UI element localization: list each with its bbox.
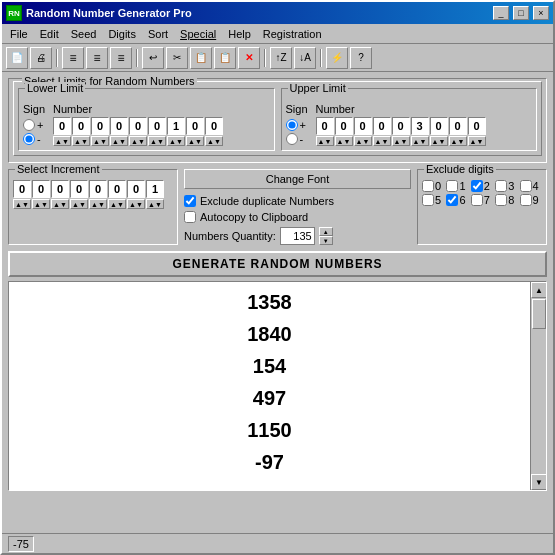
exclude-3-checkbox[interactable] — [495, 180, 507, 192]
inc-btn-3[interactable]: ▲▼ — [70, 199, 88, 209]
lower-btn-5[interactable]: ▲▼ — [148, 136, 166, 146]
exclude-8-checkbox[interactable] — [495, 194, 507, 206]
qty-up-button[interactable]: ▲ — [319, 227, 333, 236]
toolbar-align-center[interactable]: ≡ — [86, 47, 108, 69]
lower-digit-2[interactable]: 0 — [91, 117, 109, 135]
upper-btn-7[interactable]: ▲▼ — [449, 136, 467, 146]
exclude-9-checkbox[interactable] — [520, 194, 532, 206]
toolbar-help[interactable]: ? — [350, 47, 372, 69]
numbers-qty-input[interactable] — [280, 227, 315, 245]
lower-btn-4[interactable]: ▲▼ — [129, 136, 147, 146]
change-font-button[interactable]: Change Font — [184, 169, 411, 189]
lower-btn-8[interactable]: ▲▼ — [205, 136, 223, 146]
menu-edit[interactable]: Edit — [34, 24, 65, 43]
toolbar-sort-asc[interactable]: ↑Z — [270, 47, 292, 69]
scroll-track[interactable] — [531, 298, 546, 474]
lower-btn-6[interactable]: ▲▼ — [167, 136, 185, 146]
toolbar-delete[interactable]: ✕ — [238, 47, 260, 69]
inc-btn-1[interactable]: ▲▼ — [32, 199, 50, 209]
exclude-2-checkbox[interactable] — [471, 180, 483, 192]
lower-digit-4[interactable]: 0 — [129, 117, 147, 135]
toolbar-sort-desc[interactable]: ↓A — [294, 47, 316, 69]
toolbar-new[interactable]: 📄 — [6, 47, 28, 69]
toolbar-undo[interactable]: ↩ — [142, 47, 164, 69]
lower-plus-radio[interactable] — [23, 119, 35, 131]
scroll-down-button[interactable]: ▼ — [531, 474, 547, 490]
upper-digit-8[interactable]: 0 — [468, 117, 486, 135]
upper-btn-5[interactable]: ▲▼ — [411, 136, 429, 146]
inc-btn-2[interactable]: ▲▼ — [51, 199, 69, 209]
generate-button[interactable]: GENERATE RANDOM NUMBERS — [8, 251, 547, 277]
upper-btn-2[interactable]: ▲▼ — [354, 136, 372, 146]
lower-digit-1[interactable]: 0 — [72, 117, 90, 135]
upper-digit-5[interactable]: 3 — [411, 117, 429, 135]
inc-digit-5[interactable]: 0 — [108, 180, 126, 198]
qty-down-button[interactable]: ▼ — [319, 236, 333, 245]
menu-special[interactable]: Special — [174, 24, 222, 43]
inc-digit-0[interactable]: 0 — [13, 180, 31, 198]
maximize-button[interactable]: □ — [513, 6, 529, 20]
inc-digit-3[interactable]: 0 — [70, 180, 88, 198]
inc-digit-7[interactable]: 1 — [146, 180, 164, 198]
menu-sort[interactable]: Sort — [142, 24, 174, 43]
menu-file[interactable]: File — [4, 24, 34, 43]
inc-digit-1[interactable]: 0 — [32, 180, 50, 198]
upper-digit-2[interactable]: 0 — [354, 117, 372, 135]
toolbar-copy[interactable]: 📋 — [190, 47, 212, 69]
lower-minus-radio[interactable] — [23, 133, 35, 145]
lower-digit-0[interactable]: 0 — [53, 117, 71, 135]
upper-btn-4[interactable]: ▲▼ — [392, 136, 410, 146]
toolbar-align-left[interactable]: ≡ — [62, 47, 84, 69]
upper-btn-1[interactable]: ▲▼ — [335, 136, 353, 146]
lower-digit-5[interactable]: 0 — [148, 117, 166, 135]
inc-btn-4[interactable]: ▲▼ — [89, 199, 107, 209]
toolbar-cut[interactable]: ✂ — [166, 47, 188, 69]
inc-digit-2[interactable]: 0 — [51, 180, 69, 198]
upper-btn-8[interactable]: ▲▼ — [468, 136, 486, 146]
upper-digit-3[interactable]: 0 — [373, 117, 391, 135]
toolbar-print[interactable]: 🖨 — [30, 47, 52, 69]
toolbar-paste[interactable]: 📋 — [214, 47, 236, 69]
toolbar-align-right[interactable]: ≡ — [110, 47, 132, 69]
scroll-up-button[interactable]: ▲ — [531, 282, 547, 298]
lower-digit-3[interactable]: 0 — [110, 117, 128, 135]
upper-digit-4[interactable]: 0 — [392, 117, 410, 135]
upper-digit-6[interactable]: 0 — [430, 117, 448, 135]
exclude-0-checkbox[interactable] — [422, 180, 434, 192]
inc-btn-5[interactable]: ▲▼ — [108, 199, 126, 209]
toolbar-generate[interactable]: ⚡ — [326, 47, 348, 69]
exclude-5-checkbox[interactable] — [422, 194, 434, 206]
menu-help[interactable]: Help — [222, 24, 257, 43]
exclude-1-checkbox[interactable] — [446, 180, 458, 192]
inc-digit-4[interactable]: 0 — [89, 180, 107, 198]
inc-btn-7[interactable]: ▲▼ — [146, 199, 164, 209]
lower-btn-1[interactable]: ▲▼ — [72, 136, 90, 146]
close-button[interactable]: × — [533, 6, 549, 20]
menu-seed[interactable]: Seed — [65, 24, 103, 43]
upper-btn-3[interactable]: ▲▼ — [373, 136, 391, 146]
upper-btn-6[interactable]: ▲▼ — [430, 136, 448, 146]
exclude-7-checkbox[interactable] — [471, 194, 483, 206]
upper-btn-0[interactable]: ▲▼ — [316, 136, 334, 146]
menu-digits[interactable]: Digits — [102, 24, 142, 43]
upper-digit-7[interactable]: 0 — [449, 117, 467, 135]
lower-btn-0[interactable]: ▲▼ — [53, 136, 71, 146]
upper-digit-1[interactable]: 0 — [335, 117, 353, 135]
exclude-duplicate-checkbox[interactable] — [184, 195, 196, 207]
menu-registration[interactable]: Registration — [257, 24, 328, 43]
lower-digit-7[interactable]: 0 — [186, 117, 204, 135]
exclude-4-checkbox[interactable] — [520, 180, 532, 192]
inc-btn-6[interactable]: ▲▼ — [127, 199, 145, 209]
lower-btn-7[interactable]: ▲▼ — [186, 136, 204, 146]
upper-plus-radio[interactable] — [286, 119, 298, 131]
lower-btn-2[interactable]: ▲▼ — [91, 136, 109, 146]
upper-digit-0[interactable]: 0 — [316, 117, 334, 135]
lower-digit-6[interactable]: 1 — [167, 117, 185, 135]
scroll-thumb[interactable] — [532, 299, 546, 329]
lower-digit-8[interactable]: 0 — [205, 117, 223, 135]
inc-digit-6[interactable]: 0 — [127, 180, 145, 198]
upper-minus-radio[interactable] — [286, 133, 298, 145]
inc-btn-0[interactable]: ▲▼ — [13, 199, 31, 209]
lower-btn-3[interactable]: ▲▼ — [110, 136, 128, 146]
minimize-button[interactable]: _ — [493, 6, 509, 20]
